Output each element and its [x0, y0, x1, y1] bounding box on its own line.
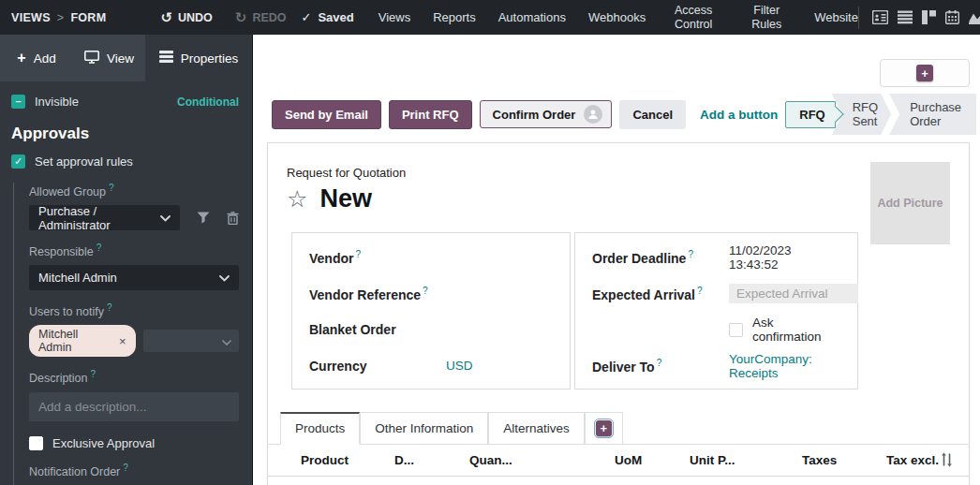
filter-icon[interactable]: [197, 212, 210, 224]
deliver-to-value-link[interactable]: YourCompany: Receipts: [729, 352, 840, 380]
redo-button[interactable]: ↻ REDO: [235, 10, 287, 24]
breadcrumb: VIEWS > FORM: [11, 11, 106, 24]
field-deliver-to[interactable]: Deliver To? YourCompany: Receipts: [592, 348, 840, 385]
invisible-label: Invisible: [35, 95, 79, 109]
ask-confirmation-label: Ask confirmation: [752, 316, 840, 344]
field-group-right: Order Deadline? 11/02/2023 13:43:52 Expe…: [574, 232, 858, 389]
set-approval-rules-row: ✓ Set approval rules: [11, 154, 239, 169]
plus-icon: +: [17, 51, 25, 66]
field-vendor[interactable]: Vendor?: [309, 240, 553, 276]
undo-icon: ↺: [160, 10, 172, 24]
help-icon[interactable]: ?: [657, 358, 662, 368]
statusbar: RFQ RFQ Sent Purchase Order: [785, 94, 976, 135]
print-rfq-button[interactable]: Print RFQ: [389, 100, 472, 129]
send-by-email-button[interactable]: Send by Email: [272, 100, 381, 129]
tab-products[interactable]: Products: [280, 412, 360, 445]
field-expected-arrival[interactable]: Expected Arrival? Expected Arrival: [592, 276, 840, 313]
column-quantity[interactable]: Quan...: [469, 453, 512, 467]
order-deadline-value[interactable]: 11/02/2023 13:43:52: [729, 243, 840, 272]
chevron-down-icon: [160, 211, 171, 225]
field-vendor-reference[interactable]: Vendor Reference?: [309, 276, 553, 313]
tab-view[interactable]: View: [73, 35, 145, 81]
exclusive-approval-checkbox[interactable]: [29, 436, 43, 450]
doc-type-label: Request for Quotation: [287, 166, 406, 180]
invisible-checkbox[interactable]: –: [11, 95, 25, 109]
menu-views[interactable]: Views: [379, 10, 410, 24]
menu-automations[interactable]: Automations: [498, 10, 566, 24]
graph-view-icon[interactable]: [969, 10, 980, 24]
help-icon[interactable]: ?: [688, 249, 693, 259]
currency-value-link[interactable]: USD: [446, 359, 473, 373]
column-product[interactable]: Product: [301, 453, 349, 467]
field-blanket-order[interactable]: Blanket Order: [309, 312, 553, 348]
add-stat-button[interactable]: +: [880, 59, 970, 87]
tab-add[interactable]: + Add: [0, 35, 73, 81]
add-picture-placeholder[interactable]: Add Picture: [870, 162, 950, 244]
studio-topbar: VIEWS > FORM ↺ UNDO ↻ REDO ✓ Saved Views…: [0, 0, 980, 35]
studio-sidebar: + Add View Properties – Invisible Condit…: [0, 35, 253, 485]
breadcrumb-form: FORM: [70, 11, 106, 24]
breadcrumb-views[interactable]: VIEWS: [11, 11, 51, 24]
menu-reports[interactable]: Reports: [433, 10, 476, 24]
trash-icon[interactable]: [227, 212, 239, 225]
allowed-group-label: Allowed Group?: [29, 183, 239, 198]
studio-form-editor: VIEWS > FORM ↺ UNDO ↻ REDO ✓ Saved Views…: [0, 0, 980, 485]
tab-properties[interactable]: Properties: [145, 35, 252, 81]
menu-filter-rules[interactable]: Filter Rules: [741, 4, 792, 31]
ask-confirmation-checkbox[interactable]: [729, 323, 743, 337]
column-unit-price[interactable]: Unit P...: [690, 453, 735, 467]
undo-button[interactable]: ↺ UNDO: [160, 10, 212, 24]
cancel-button[interactable]: Cancel: [619, 100, 686, 129]
field-currency[interactable]: Currency USD: [309, 348, 553, 385]
column-taxes[interactable]: Taxes: [802, 453, 837, 467]
column-description[interactable]: D...: [394, 453, 414, 467]
help-icon[interactable]: ?: [123, 463, 128, 473]
saved-indicator: ✓ Saved: [302, 10, 354, 24]
field-order-deadline[interactable]: Order Deadline? 11/02/2023 13:43:52: [592, 240, 840, 276]
allowed-group-select[interactable]: Purchase / Administrator: [29, 205, 180, 230]
menu-webhooks[interactable]: Webhooks: [588, 10, 646, 24]
kanban-view-icon[interactable]: [922, 10, 936, 24]
add-tab-button[interactable]: +: [585, 412, 623, 445]
users-to-notify-select[interactable]: [143, 330, 239, 352]
chevron-down-icon: [219, 271, 230, 285]
help-icon[interactable]: ?: [355, 249, 361, 259]
help-icon[interactable]: ?: [109, 183, 114, 193]
help-icon[interactable]: ?: [697, 286, 703, 296]
help-icon[interactable]: ?: [423, 286, 428, 296]
column-settings-icon[interactable]: [940, 452, 954, 470]
expected-arrival-placeholder[interactable]: Expected Arrival: [729, 284, 858, 303]
confirm-order-button[interactable]: Confirm Order: [480, 100, 613, 128]
form-sheet: Request for Quotation ☆ New Add Picture …: [267, 142, 970, 485]
help-icon[interactable]: ?: [97, 242, 102, 253]
column-tax-excl[interactable]: Tax excl.: [886, 453, 939, 467]
calendar-view-icon[interactable]: [945, 10, 959, 24]
menu-website[interactable]: Website: [814, 10, 858, 24]
responsible-select[interactable]: Mitchell Admin: [29, 265, 239, 290]
favorite-star-icon[interactable]: ☆: [287, 187, 307, 211]
menu-access-control[interactable]: Access Control: [668, 4, 719, 31]
approval-rule-group: Allowed Group? Purchase / Administrator …: [13, 183, 239, 485]
plus-icon: +: [596, 420, 612, 436]
list-view-icon[interactable]: [898, 10, 913, 24]
description-input[interactable]: [29, 392, 239, 421]
view-switcher: [858, 7, 980, 29]
help-icon[interactable]: ?: [91, 369, 97, 379]
set-approval-rules-checkbox[interactable]: ✓: [11, 154, 25, 169]
add-a-button-link[interactable]: Add a button: [700, 108, 778, 122]
form-view-icon[interactable]: [872, 10, 888, 24]
monitor-icon: [84, 51, 99, 66]
tag-remove-icon[interactable]: ×: [119, 334, 126, 348]
sidebar-tabs: + Add View Properties: [0, 35, 252, 81]
topbar-divider: [858, 7, 859, 29]
invisible-conditional-link[interactable]: Conditional: [177, 96, 239, 109]
status-step-rfq[interactable]: RFQ: [785, 101, 835, 128]
status-step-purchase-order[interactable]: Purchase Order: [889, 94, 976, 135]
help-icon[interactable]: ?: [107, 302, 112, 313]
breadcrumb-separator: >: [57, 11, 65, 24]
exclusive-approval-label: Exclusive Approval: [52, 436, 155, 450]
approvals-heading: Approvals: [11, 125, 239, 143]
tab-alternatives[interactable]: Alternatives: [488, 412, 585, 445]
column-uom[interactable]: UoM: [615, 453, 642, 467]
tab-other-information[interactable]: Other Information: [360, 412, 488, 445]
